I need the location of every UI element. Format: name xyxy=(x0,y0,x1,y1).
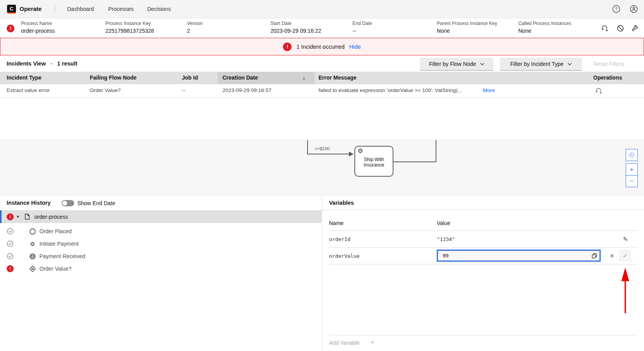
error-message-more-link[interactable]: More xyxy=(483,87,495,93)
variables-column-name: Name xyxy=(329,220,343,226)
column-incident-type[interactable]: Incident Type xyxy=(7,74,41,81)
nav-item-decisions[interactable]: Decisions xyxy=(147,6,171,12)
history-item-initiate-payment[interactable]: ⚙ Initiate Payment xyxy=(0,238,322,250)
field-value: 2023-09-29 09:16:22 xyxy=(270,28,321,34)
plus-icon: + xyxy=(630,166,634,174)
variable-value-input[interactable] xyxy=(438,253,589,259)
discard-edit-button[interactable]: ✕ xyxy=(607,251,617,261)
cancel-instance-icon[interactable] xyxy=(617,25,624,32)
variable-row-divider xyxy=(329,247,638,248)
help-icon[interactable]: ? xyxy=(612,5,621,13)
history-item-label: order-process xyxy=(34,214,68,220)
banner-error-icon: ! xyxy=(283,43,292,51)
version-link[interactable]: 2 xyxy=(187,28,203,34)
retry-instance-icon[interactable] xyxy=(601,25,608,32)
camunda-logo-icon[interactable]: C xyxy=(7,5,16,14)
error-mark: ! xyxy=(286,44,288,50)
hide-incidents-link[interactable]: Hide xyxy=(349,44,361,50)
diagram-reset-zoom-button[interactable] xyxy=(626,149,638,161)
variables-title: Variables xyxy=(329,200,354,206)
column-failing-flow-node[interactable]: Failing Flow Node xyxy=(90,74,137,81)
cell-creation-date: 2023-09-29 09:16:57 xyxy=(222,87,271,93)
task-ship-with-insurance[interactable]: ⚙ Ship With Insurance xyxy=(354,146,393,177)
cell-incident-type: Extract value error xyxy=(7,87,50,93)
field-label: Parent Process Instance Key xyxy=(437,20,497,27)
add-variable-button[interactable]: Add Variable xyxy=(329,340,360,346)
bpmn-diagram-panel: >=$100 ⚙ Ship With Insurance + − xyxy=(0,140,644,195)
minus-icon: − xyxy=(630,177,634,185)
edit-variable-pencil-icon[interactable]: ✎ xyxy=(623,236,628,243)
history-item-order-value[interactable]: ! Order Value? xyxy=(0,262,322,275)
nav-item-processes[interactable]: Processes xyxy=(108,6,133,12)
filter-by-flow-node-dropdown[interactable]: Filter by Flow Node xyxy=(420,58,493,71)
field-value: 2251799813725328 xyxy=(105,28,154,34)
modify-instance-wrench-icon[interactable] xyxy=(631,25,639,32)
history-item-payment-received[interactable]: Payment Received xyxy=(0,250,322,262)
nav-item-dashboard[interactable]: Dashboard xyxy=(67,6,94,12)
history-item-order-placed[interactable]: Order Placed xyxy=(0,225,322,238)
error-mark: ! xyxy=(10,26,11,31)
column-creation-date[interactable]: Creation Date xyxy=(222,74,258,81)
variables-column-value: Value xyxy=(437,220,450,226)
field-value: order-process xyxy=(21,28,55,34)
diagram-zoom-in-button[interactable]: + xyxy=(626,163,638,176)
reset-filters-button[interactable]: Reset Filters xyxy=(593,61,624,67)
app-title: Operate xyxy=(20,5,42,12)
copy-icon xyxy=(592,253,597,259)
chevron-down-icon xyxy=(480,63,484,66)
instance-history-title: Instance History xyxy=(7,200,51,206)
history-item-order-process[interactable]: ! ▾ order-process xyxy=(0,210,322,223)
incident-table-row[interactable]: Extract value error Order Value? -- 2023… xyxy=(0,84,644,98)
field-process-instance-key: Process Instance Key 2251799813725328 xyxy=(105,20,154,34)
history-item-label: Order Value? xyxy=(39,266,71,272)
history-item-label: Payment Received xyxy=(39,253,85,259)
show-end-date-toggle[interactable] xyxy=(62,200,74,206)
incidents-result-count: 1 result xyxy=(57,60,78,67)
logo-letter: C xyxy=(10,6,13,12)
incident-banner: ! 1 Incident occurred Hide xyxy=(0,38,644,55)
diagram-zoom-out-button[interactable]: − xyxy=(626,175,638,187)
status-completed-icon xyxy=(7,228,14,235)
tree-collapse-chevron-icon[interactable]: ▾ xyxy=(17,214,19,219)
cell-error-message: failed to evaluate expression 'orderValu… xyxy=(318,87,462,93)
chevron-down-icon xyxy=(568,63,572,66)
sequence-flow-label: >=$100 xyxy=(315,146,330,151)
task-name: Ship With Insurance xyxy=(355,157,393,168)
process-document-icon xyxy=(24,213,30,220)
svg-text:?: ? xyxy=(615,7,617,11)
field-label: End Date xyxy=(352,20,372,27)
copy-value-button[interactable] xyxy=(589,251,600,261)
reset-zoom-icon xyxy=(629,152,635,158)
retry-incident-icon[interactable] xyxy=(595,87,602,94)
start-event-icon xyxy=(29,228,36,235)
error-mark: ! xyxy=(9,266,11,271)
status-error-icon: ! xyxy=(7,265,14,272)
field-value: None xyxy=(437,28,497,34)
field-label: Process Instance Key xyxy=(105,20,154,27)
add-variable-plus-icon[interactable]: + xyxy=(371,339,374,346)
bottom-panels: Instance History Show End Date ! ▾ order… xyxy=(0,195,644,351)
panel-divider xyxy=(322,195,322,351)
instance-incident-icon: ! xyxy=(7,25,14,32)
filter-incident-type-label: Filter by Incident Type xyxy=(510,61,564,67)
field-label: Process Name xyxy=(21,20,55,27)
filter-by-incident-type-dropdown[interactable]: Filter by Incident Type xyxy=(500,58,582,71)
instance-header: ! Process Name order-process Process Ins… xyxy=(0,18,644,38)
service-task-gear-icon: ⚙ xyxy=(29,241,36,247)
column-operations: Operations xyxy=(593,74,622,81)
save-variable-button[interactable]: ✓ xyxy=(619,250,631,262)
operate-app: C Operate Dashboard Processes Decisions … xyxy=(0,0,644,351)
exclusive-gateway-icon xyxy=(29,266,36,272)
toggle-knob xyxy=(62,201,67,206)
field-value: None xyxy=(518,28,571,34)
cell-failing-flow-node: Order Value? xyxy=(90,87,121,93)
field-end-date: End Date -- xyxy=(352,20,372,34)
column-job-id[interactable]: Job Id xyxy=(182,74,198,81)
column-error-message: Error Message xyxy=(318,74,356,81)
incidents-table-header: Incident Type Failing Flow Node Job Id C… xyxy=(0,72,644,84)
incident-banner-message: 1 Incident occurred xyxy=(296,44,344,50)
user-profile-icon[interactable] xyxy=(630,5,638,13)
sort-descending-icon[interactable]: ↓ xyxy=(302,74,306,81)
field-version: Version 2 xyxy=(187,20,203,34)
variable-row-divider xyxy=(329,264,638,264)
